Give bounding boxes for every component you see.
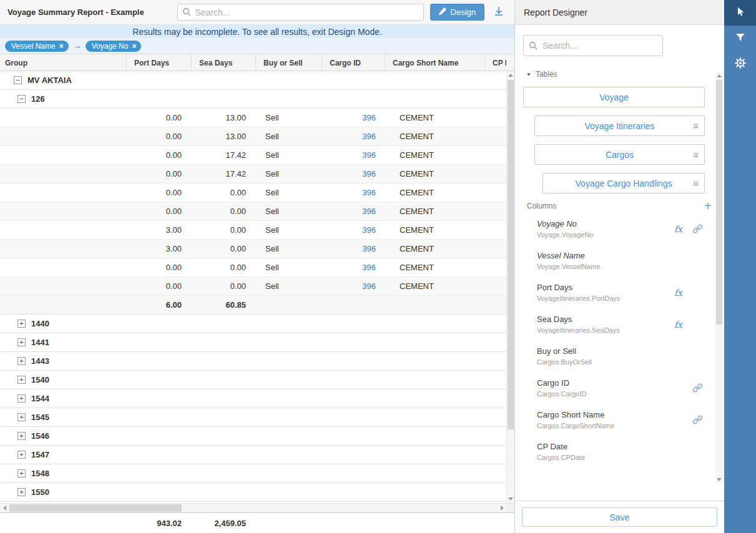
settings-tool-button[interactable] — [724, 51, 756, 77]
column-header-sea-days[interactable]: Sea Days — [192, 54, 256, 71]
table-row[interactable]: 0.00 0.00 Sell 396 CEMENT — [0, 277, 506, 296]
scroll-down-button[interactable] — [507, 495, 514, 503]
expand-icon[interactable]: + — [17, 432, 26, 440]
cargo-id-link[interactable]: 396 — [362, 225, 376, 235]
voyage-group-row[interactable]: + 1546 — [0, 427, 506, 446]
table-button[interactable]: Cargos ≡ — [534, 144, 705, 165]
voyage-group-row[interactable]: + 1443 — [0, 352, 506, 371]
menu-icon[interactable]: ≡ — [693, 174, 699, 193]
voyage-group-row[interactable]: − 126 — [0, 90, 506, 109]
designer-tool-button[interactable] — [724, 0, 756, 26]
buy-or-sell-cell: Sell — [256, 150, 322, 160]
column-header-buy-or-sell[interactable]: Buy or Sell — [256, 54, 322, 71]
vertical-scroll-thumb[interactable] — [508, 80, 514, 429]
cargo-id-link[interactable]: 396 — [362, 169, 376, 178]
table-button[interactable]: Voyage ≡ — [523, 87, 705, 107]
download-button[interactable] — [492, 4, 506, 20]
designer-column-item[interactable]: Buy or Sell Cargos.BuyOrSell fx — [523, 340, 715, 372]
cargo-id-link[interactable]: 396 — [362, 113, 376, 122]
menu-icon[interactable]: ≡ — [693, 145, 699, 164]
table-row[interactable]: 0.00 17.42 Sell 396 CEMENT — [0, 165, 506, 183]
designer-column-item[interactable]: Voyage No Voyage.VoyageNo fx — [523, 213, 715, 245]
cargo-id-link[interactable]: 396 — [362, 263, 376, 272]
link-icon[interactable] — [692, 223, 703, 234]
expand-icon[interactable]: + — [17, 376, 26, 384]
collapse-icon[interactable]: − — [14, 76, 22, 84]
group-chip-voyage-no[interactable]: Voyage No × — [86, 41, 142, 52]
cargo-id-link[interactable]: 396 — [362, 150, 376, 160]
designer-scroll-thumb[interactable] — [716, 80, 722, 325]
voyage-group-row[interactable]: + 1440 — [0, 315, 506, 333]
designer-column-item[interactable]: Vessel Name Voyage.VesselName fx — [523, 245, 715, 276]
table-button-label: Voyage Itineraries — [584, 121, 654, 131]
designer-column-item[interactable]: CP Date Cargos.CPDate fx — [523, 436, 715, 467]
expand-icon[interactable]: + — [17, 451, 26, 459]
close-icon[interactable]: × — [59, 42, 64, 50]
designer-column-item[interactable]: Port Days VoyageItineraries.PortDays fx — [523, 276, 715, 308]
table-row[interactable]: 0.00 13.00 Sell 396 CEMENT — [0, 127, 506, 146]
table-row[interactable]: 0.00 17.42 Sell 396 CEMENT — [0, 146, 506, 165]
designer-column-item[interactable]: Sea Days VoyageItineraries.SeaDays fx — [523, 308, 715, 340]
report-search-input[interactable] — [177, 4, 424, 21]
collapse-icon[interactable]: − — [17, 95, 26, 103]
cargo-id-link[interactable]: 396 — [362, 132, 376, 141]
scroll-down-button[interactable] — [715, 476, 723, 484]
designer-column-item[interactable]: Cargo ID Cargos.CargoID fx — [523, 372, 715, 404]
scroll-up-button[interactable] — [507, 71, 514, 79]
scroll-up-button[interactable] — [715, 72, 723, 80]
horizontal-scroll-thumb[interactable] — [9, 504, 182, 512]
voyage-group-row[interactable]: + 1547 — [0, 446, 506, 464]
formula-icon[interactable]: fx — [674, 224, 682, 234]
tables-section-header[interactable]: ▼ Tables — [523, 70, 715, 79]
expand-icon[interactable]: + — [17, 488, 26, 496]
vessel-group-row[interactable]: − MV AKTAIA — [0, 71, 506, 90]
cargo-id-link[interactable]: 396 — [362, 188, 376, 197]
vertical-scrollbar[interactable] — [506, 71, 514, 503]
link-icon[interactable] — [692, 414, 703, 425]
table-row[interactable]: 0.00 0.00 Sell 396 CEMENT — [0, 183, 506, 202]
table-row[interactable]: 0.00 13.00 Sell 396 CEMENT — [0, 109, 506, 127]
table-button[interactable]: Voyage Cargo Handlings ≡ — [542, 173, 705, 193]
column-header-port-days[interactable]: Port Days — [127, 54, 192, 71]
designer-column-item[interactable]: Cargo Short Name Cargos.CargoShortName f… — [523, 404, 715, 436]
save-button[interactable]: Save — [522, 507, 717, 527]
table-row[interactable]: 3.00 0.00 Sell 396 CEMENT — [0, 221, 506, 240]
table-row[interactable]: 0.00 0.00 Sell 396 CEMENT — [0, 258, 506, 277]
column-header-cargo-id[interactable]: Cargo ID — [322, 54, 385, 71]
cargo-id-link[interactable]: 396 — [362, 207, 376, 216]
horizontal-scrollbar[interactable] — [0, 504, 506, 512]
formula-icon[interactable]: fx — [674, 320, 682, 330]
link-icon[interactable] — [692, 383, 703, 393]
table-row[interactable]: 0.00 0.00 Sell 396 CEMENT — [0, 202, 506, 221]
expand-icon[interactable]: + — [17, 338, 26, 346]
column-header-cargo-short-name[interactable]: Cargo Short Name — [385, 54, 485, 71]
design-button[interactable]: Design — [430, 4, 484, 21]
designer-scrollbar[interactable] — [715, 72, 723, 484]
expand-icon[interactable]: + — [17, 357, 26, 365]
table-row[interactable]: 3.00 0.00 Sell 396 CEMENT — [0, 240, 506, 258]
table-button[interactable]: Voyage Itineraries ≡ — [534, 115, 705, 136]
expand-icon[interactable]: + — [17, 394, 26, 403]
voyage-group-row[interactable]: + 1545 — [0, 408, 506, 427]
voyage-group-row[interactable]: + 1544 — [0, 389, 506, 408]
close-icon[interactable]: × — [132, 42, 136, 50]
expand-icon[interactable]: + — [17, 320, 26, 328]
formula-icon[interactable]: fx — [674, 288, 682, 298]
cargo-id-link[interactable]: 396 — [362, 244, 376, 253]
scroll-left-button[interactable] — [0, 504, 9, 512]
voyage-group-row[interactable]: + 1550 — [0, 483, 506, 502]
expand-icon[interactable]: + — [17, 413, 26, 421]
filter-tool-button[interactable] — [724, 26, 756, 51]
group-chip-vessel-name[interactable]: Vessel Name × — [5, 41, 69, 52]
designer-search-input[interactable] — [523, 35, 663, 56]
voyage-group-row[interactable]: + 1548 — [0, 464, 506, 483]
expand-icon[interactable]: + — [17, 469, 26, 477]
column-header-cp-date[interactable]: CP Date — [485, 54, 506, 71]
menu-icon[interactable]: ≡ — [693, 116, 699, 135]
column-header-group[interactable]: Group — [0, 54, 127, 71]
voyage-group-row[interactable]: + 1540 — [0, 371, 506, 389]
voyage-group-row[interactable]: + 1441 — [0, 333, 506, 352]
scroll-right-button[interactable] — [498, 504, 506, 512]
add-column-icon[interactable]: + — [704, 202, 712, 210]
cargo-id-link[interactable]: 396 — [362, 281, 376, 291]
